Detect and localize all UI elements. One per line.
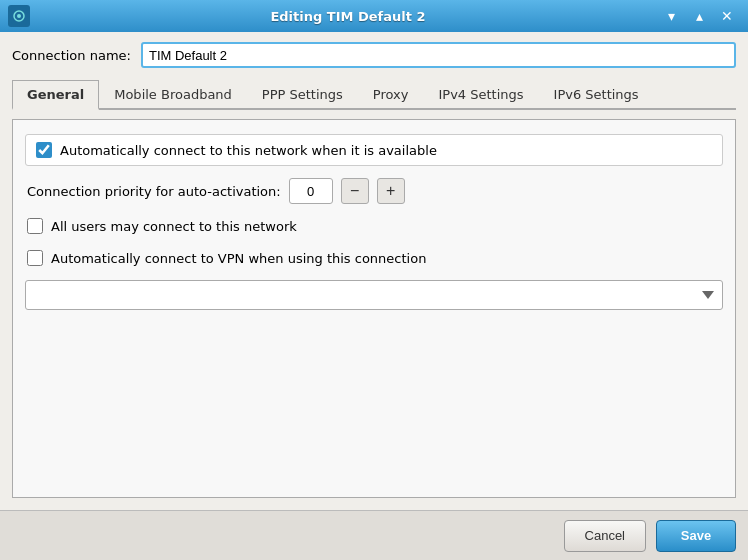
app-icon (8, 5, 30, 27)
svg-point-2 (17, 14, 21, 18)
auto-vpn-checkbox[interactable] (27, 250, 43, 266)
tab-content-general: Automatically connect to this network wh… (12, 119, 736, 498)
tab-bar: General Mobile Broadband PPP Settings Pr… (12, 78, 736, 110)
connection-name-input[interactable] (141, 42, 736, 68)
auto-connect-label: Automatically connect to this network wh… (60, 143, 437, 158)
titlebar: Editing TIM Default 2 ▾ ▴ ✕ (0, 0, 748, 32)
maximize-button[interactable]: ▴ (686, 5, 712, 27)
auto-vpn-label: Automatically connect to VPN when using … (51, 251, 426, 266)
window-controls: ▾ ▴ ✕ (658, 5, 740, 27)
tab-proxy[interactable]: Proxy (358, 80, 424, 110)
tab-general[interactable]: General (12, 80, 99, 110)
auto-connect-checkbox[interactable] (36, 142, 52, 158)
all-users-row: All users may connect to this network (25, 216, 723, 236)
vpn-dropdown[interactable] (25, 280, 723, 310)
main-content: Connection name: General Mobile Broadban… (0, 32, 748, 510)
priority-label: Connection priority for auto-activation: (27, 184, 281, 199)
priority-decrease-button[interactable]: − (341, 178, 369, 204)
save-button[interactable]: Save (656, 520, 736, 552)
connection-name-row: Connection name: (12, 42, 736, 68)
priority-row: Connection priority for auto-activation:… (25, 178, 723, 204)
all-users-checkbox[interactable] (27, 218, 43, 234)
vpn-dropdown-wrapper (25, 280, 723, 310)
cancel-button[interactable]: Cancel (564, 520, 646, 552)
bottom-bar: Cancel Save (0, 510, 748, 560)
content-spacer (25, 322, 723, 483)
connection-name-label: Connection name: (12, 48, 131, 63)
window-title: Editing TIM Default 2 (38, 9, 658, 24)
tab-mobile-broadband[interactable]: Mobile Broadband (99, 80, 247, 110)
minimize-button[interactable]: ▾ (658, 5, 684, 27)
auto-connect-row: Automatically connect to this network wh… (25, 134, 723, 166)
auto-vpn-row: Automatically connect to VPN when using … (25, 248, 723, 268)
priority-increase-button[interactable]: + (377, 178, 405, 204)
close-button[interactable]: ✕ (714, 5, 740, 27)
tab-ppp-settings[interactable]: PPP Settings (247, 80, 358, 110)
all-users-label: All users may connect to this network (51, 219, 297, 234)
tab-ipv6-settings[interactable]: IPv6 Settings (539, 80, 654, 110)
priority-input[interactable] (289, 178, 333, 204)
tab-ipv4-settings[interactable]: IPv4 Settings (423, 80, 538, 110)
